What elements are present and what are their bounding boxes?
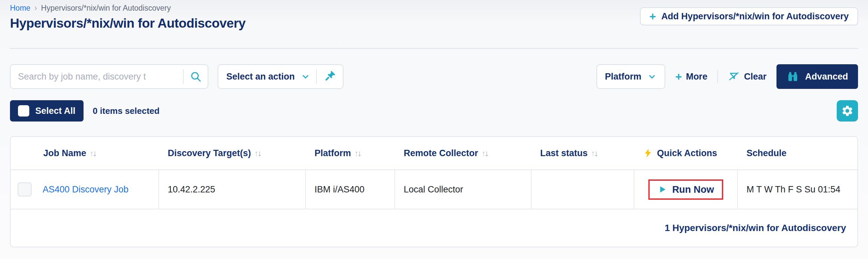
annotation-highlight-box: Run Now	[648, 179, 723, 200]
clear-filter-icon	[728, 70, 740, 83]
jobs-table: Job Name ↑↓ Discovery Target(s) ↑↓ Platf…	[10, 136, 858, 247]
more-filters-button[interactable]: + More	[675, 71, 707, 82]
select-all-checkbox[interactable]	[18, 105, 29, 117]
cell-quick-actions: Run Now	[634, 170, 738, 209]
run-now-button[interactable]: Run Now	[658, 184, 714, 195]
add-hypervisor-button[interactable]: + Add Hypervisors/*nix/win for Autodisco…	[640, 7, 858, 25]
row-checkbox[interactable]	[18, 182, 32, 196]
sort-icon[interactable]: ↑↓	[591, 148, 597, 158]
filter-toolbar: Select an action	[10, 64, 858, 89]
result-count: 1 Hypervisors/*nix/win for Autodiscovery	[664, 223, 846, 233]
search-box	[10, 64, 208, 89]
column-header-platform[interactable]: Platform ↑↓	[306, 137, 395, 169]
table-header-row: Job Name ↑↓ Discovery Target(s) ↑↓ Platf…	[11, 137, 857, 170]
more-filters-label: More	[686, 71, 708, 82]
platform-filter-label: Platform	[605, 71, 642, 82]
header-divider	[10, 48, 858, 49]
sort-icon[interactable]: ↑↓	[254, 148, 260, 158]
play-icon	[658, 185, 667, 194]
run-now-label: Run Now	[672, 184, 714, 195]
breadcrumb-separator: ›	[34, 3, 37, 13]
column-header-schedule: Schedule	[738, 137, 857, 169]
table-settings-button[interactable]	[837, 100, 858, 121]
column-header-job-name[interactable]: Job Name ↑↓	[11, 137, 159, 169]
chevron-down-icon	[647, 72, 657, 81]
cell-job-name: AS400 Discovery Job	[11, 170, 159, 209]
cell-platform: IBM i/AS400	[306, 170, 395, 209]
column-header-remote-collector[interactable]: Remote Collector ↑↓	[395, 137, 531, 169]
sort-icon[interactable]: ↑↓	[354, 148, 361, 158]
advanced-search-button[interactable]: Advanced	[776, 64, 858, 89]
clear-filters-label: Clear	[744, 71, 767, 82]
gavel-icon[interactable]	[323, 70, 336, 83]
action-select[interactable]: Select an action	[218, 64, 343, 89]
binoculars-icon	[786, 70, 799, 83]
column-header-quick-actions: Quick Actions	[634, 137, 738, 169]
sort-icon[interactable]: ↑↓	[482, 148, 488, 158]
select-all-label: Select All	[35, 106, 75, 116]
chevron-down-icon	[301, 72, 310, 81]
add-hypervisor-button-label: Add Hypervisors/*nix/win for Autodiscove…	[661, 11, 849, 22]
toolbar-divider	[717, 70, 718, 83]
platform-filter-dropdown[interactable]: Platform	[596, 64, 665, 89]
breadcrumb-current: Hypervisors/*nix/win for Autodiscovery	[41, 4, 171, 13]
select-all-button[interactable]: Select All	[10, 100, 84, 121]
sort-icon[interactable]: ↑↓	[90, 148, 96, 158]
breadcrumb-home-link[interactable]: Home	[10, 4, 30, 13]
gear-icon	[841, 105, 854, 117]
plus-icon: +	[649, 11, 656, 22]
search-input[interactable]	[18, 71, 183, 82]
plus-icon: +	[675, 71, 682, 82]
job-name-link[interactable]: AS400 Discovery Job	[42, 184, 128, 195]
page: Home › Hypervisors/*nix/win for Autodisc…	[0, 0, 868, 259]
lightning-bolt-icon	[643, 148, 653, 158]
table-row: AS400 Discovery Job 10.42.2.225 IBM i/AS…	[11, 170, 857, 209]
selection-bar: Select All 0 items selected	[10, 100, 858, 121]
items-selected-count: 0 items selected	[93, 106, 160, 116]
table-footer: 1 Hypervisors/*nix/win for Autodiscovery	[11, 209, 857, 247]
action-divider	[316, 69, 317, 84]
search-divider	[183, 69, 184, 84]
cell-last-status	[531, 170, 634, 209]
cell-discovery-targets: 10.42.2.225	[159, 170, 306, 209]
advanced-search-label: Advanced	[805, 71, 848, 82]
clear-filters-button[interactable]: Clear	[728, 70, 767, 83]
column-header-discovery-targets[interactable]: Discovery Target(s) ↑↓	[159, 137, 306, 169]
action-select-label: Select an action	[226, 71, 295, 82]
cell-schedule: M T W Th F S Su 01:54	[738, 170, 857, 209]
column-header-last-status[interactable]: Last status ↑↓	[531, 137, 634, 169]
cell-remote-collector: Local Collector	[395, 170, 531, 209]
search-icon[interactable]	[190, 70, 202, 83]
